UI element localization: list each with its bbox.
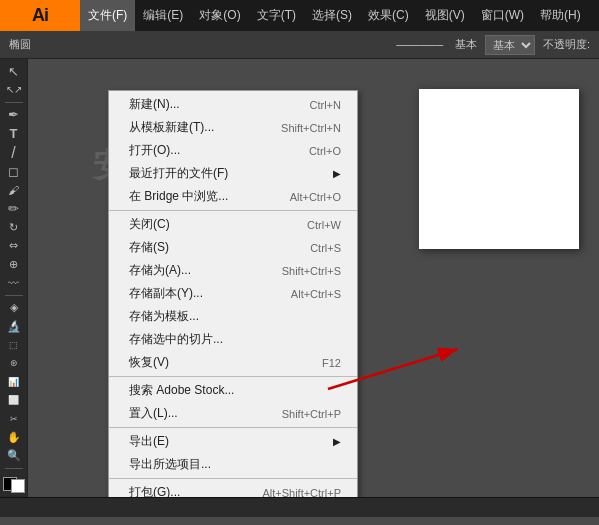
menu-export-selected[interactable]: 导出所选项目... xyxy=(109,453,357,476)
zoom-tool[interactable]: 🔍 xyxy=(3,447,25,463)
menu-save-as[interactable]: 存储为(A)... Shift+Ctrl+S xyxy=(109,259,357,282)
eyedropper-tool[interactable]: 🔬 xyxy=(3,318,25,334)
rotate-tool[interactable]: ↻ xyxy=(3,219,25,235)
opacity-label: 不透明度: xyxy=(539,37,594,52)
menu-save[interactable]: 存储(S) Ctrl+S xyxy=(109,236,357,259)
menu-type[interactable]: 文字(T) xyxy=(249,0,304,31)
line-tool[interactable]: / xyxy=(3,144,25,162)
mirror-tool[interactable]: ⇔ xyxy=(3,238,25,254)
top-toolbar: 椭圆 ────── 基本 基本 不透明度: xyxy=(0,31,599,59)
type-tool[interactable]: T xyxy=(3,125,25,141)
menu-effect[interactable]: 效果(C) xyxy=(360,0,417,31)
status-bar xyxy=(0,497,599,517)
menu-object[interactable]: 对象(O) xyxy=(191,0,248,31)
menu-help[interactable]: 帮助(H) xyxy=(532,0,589,31)
menu-export[interactable]: 导出(E) ▶ xyxy=(109,430,357,453)
blend-tool[interactable]: ⬚ xyxy=(3,337,25,353)
tool-divider-3 xyxy=(5,468,23,469)
left-toolbar: ↖ ↖↗ ✒ T / ◻ 🖌 ✏ ↻ ⇔ ⊕ 〰 ◈ 🔬 ⬚ ⊛ 📊 ⬜ ✂ ✋… xyxy=(0,59,28,497)
menu-bar: 文件(F) 编辑(E) 对象(O) 文字(T) 选择(S) 效果(C) 视图(V… xyxy=(80,0,599,31)
tool-divider-1 xyxy=(5,102,23,103)
menu-place[interactable]: 置入(L)... Shift+Ctrl+P xyxy=(109,402,357,425)
rect-tool[interactable]: ◻ xyxy=(3,164,25,180)
menu-stock[interactable]: 搜索 Adobe Stock... xyxy=(109,379,357,402)
menu-save-slices[interactable]: 存储选中的切片... xyxy=(109,328,357,351)
hand-tool[interactable]: ✋ xyxy=(3,429,25,445)
line-style-indicator: ────── xyxy=(396,39,443,51)
menu-save-copy[interactable]: 存储副本(Y)... Alt+Ctrl+S xyxy=(109,282,357,305)
menu-bridge[interactable]: 在 Bridge 中浏览... Alt+Ctrl+O xyxy=(109,185,357,208)
menu-new-from-template[interactable]: 从模板新建(T)... Shift+Ctrl+N xyxy=(109,116,357,139)
menu-close[interactable]: 关闭(C) Ctrl+W xyxy=(109,213,357,236)
width-tool[interactable]: ⊕ xyxy=(3,256,25,272)
menu-revert[interactable]: 恢复(V) F12 xyxy=(109,351,357,374)
menu-open[interactable]: 打开(O)... Ctrl+O xyxy=(109,139,357,162)
preset-select[interactable]: 基本 xyxy=(485,35,535,55)
freegradient-tool[interactable]: ◈ xyxy=(3,300,25,316)
menu-edit[interactable]: 编辑(E) xyxy=(135,0,191,31)
title-bar: Ai 文件(F) 编辑(E) 对象(O) 文字(T) 选择(S) 效果(C) 视… xyxy=(0,0,599,31)
preset-label: 基本 xyxy=(451,37,481,52)
symbol-tool[interactable]: ⊛ xyxy=(3,355,25,371)
sep-4 xyxy=(109,478,357,479)
canvas-area: 安 下 载 .com 新建(N)... Ctrl+N 从模板新建(T)... S… xyxy=(28,59,599,497)
file-dropdown-menu: 新建(N)... Ctrl+N 从模板新建(T)... Shift+Ctrl+N… xyxy=(108,90,358,497)
sep-3 xyxy=(109,427,357,428)
paintbrush-tool[interactable]: 🖌 xyxy=(3,182,25,198)
artboard-tool[interactable]: ⬜ xyxy=(3,392,25,408)
menu-package[interactable]: 打包(G)... Alt+Shift+Ctrl+P xyxy=(109,481,357,497)
menu-file[interactable]: 文件(F) xyxy=(80,0,135,31)
color-boxes[interactable] xyxy=(3,477,25,493)
menu-save-template[interactable]: 存储为模板... xyxy=(109,305,357,328)
direct-select-tool[interactable]: ↖↗ xyxy=(3,81,25,97)
shape-label: 椭圆 xyxy=(5,37,35,52)
pen-tool[interactable]: ✒ xyxy=(3,107,25,123)
menu-window[interactable]: 窗口(W) xyxy=(473,0,532,31)
artboard xyxy=(419,89,579,249)
slice-tool[interactable]: ✂ xyxy=(3,410,25,426)
sep-1 xyxy=(109,210,357,211)
warp-tool[interactable]: 〰 xyxy=(3,274,25,290)
menu-new[interactable]: 新建(N)... Ctrl+N xyxy=(109,93,357,116)
main-area: ↖ ↖↗ ✒ T / ◻ 🖌 ✏ ↻ ⇔ ⊕ 〰 ◈ 🔬 ⬚ ⊛ 📊 ⬜ ✂ ✋… xyxy=(0,59,599,497)
select-tool[interactable]: ↖ xyxy=(3,63,25,79)
pencil-tool[interactable]: ✏ xyxy=(3,201,25,217)
tool-divider-2 xyxy=(5,295,23,296)
menu-select[interactable]: 选择(S) xyxy=(304,0,360,31)
sep-2 xyxy=(109,376,357,377)
menu-view[interactable]: 视图(V) xyxy=(417,0,473,31)
background-color[interactable] xyxy=(11,479,25,493)
menu-recent[interactable]: 最近打开的文件(F) ▶ xyxy=(109,162,357,185)
app-logo: Ai xyxy=(0,0,80,31)
column-graph-tool[interactable]: 📊 xyxy=(3,374,25,390)
